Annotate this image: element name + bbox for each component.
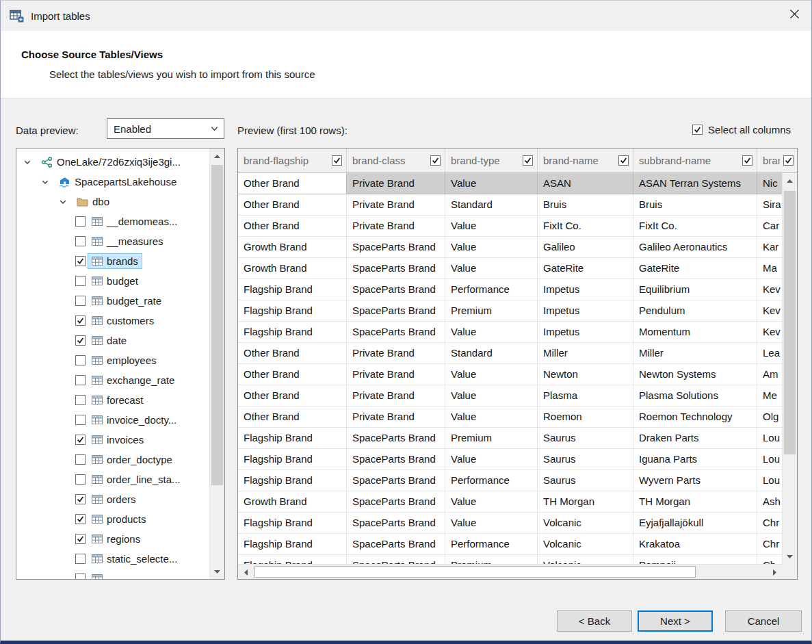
- scroll-right-icon[interactable]: [767, 565, 782, 580]
- table-row[interactable]: Other BrandPrivate BrandValueNewtonNewto…: [238, 364, 782, 385]
- tree-checkbox[interactable]: [75, 236, 86, 246]
- scroll-down-icon[interactable]: [210, 564, 224, 579]
- tree-checkbox[interactable]: [75, 315, 86, 326]
- table-row[interactable]: Other BrandPrivate BrandStandardBruisBru…: [238, 194, 782, 216]
- tree-checkbox[interactable]: [75, 494, 86, 504]
- table-row[interactable]: Flagship BrandSpaceParts BrandValueSauru…: [238, 449, 782, 470]
- tree-item-orders[interactable]: orders: [16, 489, 209, 509]
- column-checkbox[interactable]: [523, 155, 533, 166]
- chevron-down-icon[interactable]: [22, 158, 32, 166]
- table-row[interactable]: Growth BrandSpaceParts BrandValueTH Morg…: [238, 491, 782, 513]
- tree-item-invoice-docty[interactable]: invoice_docty...: [16, 410, 209, 430]
- scroll-down-icon[interactable]: [783, 549, 797, 564]
- tree-checkbox[interactable]: [75, 415, 86, 425]
- column-checkbox[interactable]: [430, 155, 441, 166]
- table-row[interactable]: Flagship BrandSpaceParts BrandPerformanc…: [238, 470, 782, 491]
- tree-item-brands[interactable]: brands: [16, 251, 209, 271]
- table-vertical-scrollbar[interactable]: [782, 173, 797, 564]
- scroll-up-icon[interactable]: [210, 149, 224, 164]
- column-header-subbrand-name[interactable]: subbrand-name: [633, 149, 757, 172]
- scroll-left-icon[interactable]: [238, 565, 253, 580]
- tree-item-budget-rate[interactable]: budget_rate: [16, 291, 209, 311]
- tree-item-exchange-rate[interactable]: exchange_rate: [16, 370, 209, 390]
- tree-checkbox[interactable]: [75, 474, 86, 485]
- tree-checkbox[interactable]: [75, 216, 86, 227]
- tree-item-invoices[interactable]: invoices: [16, 430, 209, 450]
- tree-item-demomeas[interactable]: __demomeas...: [16, 211, 209, 231]
- column-header-brand-class[interactable]: brand-class: [347, 149, 445, 172]
- lakehouse-icon: [59, 177, 70, 188]
- tree-checkbox[interactable]: [75, 534, 86, 544]
- table-row[interactable]: Flagship BrandSpaceParts BrandValueImpet…: [238, 322, 782, 343]
- tree-checkbox[interactable]: [75, 514, 86, 524]
- table-row[interactable]: Growth BrandSpaceParts BrandValueGalileo…: [238, 237, 782, 258]
- tree-item-measures[interactable]: __measures: [16, 231, 209, 251]
- tree-item-order-line-sta[interactable]: order_line_sta...: [16, 469, 209, 489]
- table-row[interactable]: Flagship BrandSpaceParts BrandPerformanc…: [238, 279, 782, 300]
- table-row[interactable]: Flagship BrandSpaceParts BrandPerformanc…: [238, 534, 782, 555]
- tree-checkbox[interactable]: [75, 454, 86, 465]
- tree-checkbox[interactable]: [75, 335, 86, 346]
- back-button[interactable]: < Back: [557, 610, 632, 632]
- tree-item-budget[interactable]: budget: [16, 271, 209, 291]
- cancel-button[interactable]: Cancel: [725, 610, 802, 632]
- tree-item-date[interactable]: date: [16, 331, 209, 350]
- tree-checkbox[interactable]: [75, 574, 86, 579]
- table-row[interactable]: Flagship BrandSpaceParts BrandPremiumVol…: [238, 555, 782, 564]
- table-row[interactable]: Other BrandPrivate BrandValueASANASAN Te…: [238, 173, 782, 194]
- next-button[interactable]: Next >: [638, 610, 713, 632]
- table-scrollbar-thumb[interactable]: [784, 191, 796, 454]
- chevron-down-icon[interactable]: [40, 178, 50, 186]
- tree-item-products[interactable]: products: [16, 509, 209, 529]
- tree-item-forecast[interactable]: forecast: [16, 390, 209, 410]
- data-preview-dropdown[interactable]: Enabled: [107, 118, 224, 139]
- table-row[interactable]: Other BrandPrivate BrandValueFixIt Co.Fi…: [238, 216, 782, 237]
- table-horizontal-scrollbar[interactable]: [238, 564, 782, 579]
- column-checkbox[interactable]: [618, 155, 629, 166]
- table-hscrollbar-thumb[interactable]: [254, 566, 696, 578]
- table-row[interactable]: Other BrandPrivate BrandValuePlasmaPlasm…: [238, 385, 782, 407]
- tree-scrollbar-track[interactable]: [210, 164, 224, 564]
- select-all-checkbox[interactable]: [692, 125, 703, 135]
- close-button[interactable]: [778, 1, 810, 29]
- tree-checkbox[interactable]: [75, 554, 86, 564]
- tree-checkbox[interactable]: [75, 276, 86, 286]
- column-header-brand-name[interactable]: brand-name: [538, 149, 633, 172]
- tree-checkbox[interactable]: [75, 256, 86, 266]
- table-row[interactable]: Flagship BrandSpaceParts BrandPremiumSau…: [238, 428, 782, 449]
- tree-item-customers[interactable]: customers: [16, 311, 209, 331]
- column-checkbox[interactable]: [742, 155, 752, 166]
- tree-item-onelake-72d6zxiq3ije3gi[interactable]: OneLake/72d6zxiq3ije3gi...: [16, 152, 209, 172]
- table-row[interactable]: Other BrandPrivate BrandStandardMillerMi…: [238, 343, 782, 364]
- tree-item-clipped[interactable]: [16, 569, 209, 579]
- tree-item-static-selecte[interactable]: static_selecte...: [16, 549, 209, 569]
- column-checkbox[interactable]: [783, 155, 794, 166]
- tree-item-employees[interactable]: employees: [16, 350, 209, 370]
- tree-item-regions[interactable]: regions: [16, 529, 209, 549]
- tree-scrollbar-thumb[interactable]: [211, 165, 223, 485]
- table-row[interactable]: Flagship BrandSpaceParts BrandValueVolca…: [238, 513, 782, 534]
- tree-checkbox[interactable]: [75, 375, 86, 385]
- tree-checkbox[interactable]: [75, 435, 86, 445]
- column-header-brand[interactable]: brand: [757, 149, 797, 172]
- tree-checkbox[interactable]: [75, 355, 86, 365]
- table-hscrollbar-track[interactable]: [253, 565, 767, 579]
- column-checkbox[interactable]: [332, 155, 342, 166]
- table-row[interactable]: Growth BrandSpaceParts BrandValueGateRit…: [238, 258, 782, 279]
- table-scrollbar-track[interactable]: [783, 188, 797, 549]
- tree-checkbox[interactable]: [75, 395, 86, 405]
- scroll-up-icon[interactable]: [783, 173, 797, 188]
- table-row[interactable]: Other BrandPrivate BrandValueRoemonRoemo…: [238, 407, 782, 428]
- table-row[interactable]: Flagship BrandSpaceParts BrandPremiumImp…: [238, 300, 782, 322]
- table-cell: Value: [445, 216, 538, 237]
- tree-checkbox[interactable]: [75, 296, 86, 306]
- tree-item-order-doctype[interactable]: order_doctype: [16, 450, 209, 469]
- tree-item-spacepartslakehouse[interactable]: SpacepartsLakehouse: [16, 172, 209, 192]
- column-header-brand-flagship[interactable]: brand-flagship: [238, 149, 347, 172]
- tree-vertical-scrollbar[interactable]: [209, 149, 224, 579]
- select-all-columns[interactable]: Select all columns: [692, 124, 791, 136]
- tree-item-dbo[interactable]: dbo: [16, 192, 209, 211]
- chevron-down-icon[interactable]: [57, 198, 68, 206]
- column-header-brand-type[interactable]: brand-type: [445, 149, 538, 172]
- table-cell: Growth Brand: [238, 491, 347, 513]
